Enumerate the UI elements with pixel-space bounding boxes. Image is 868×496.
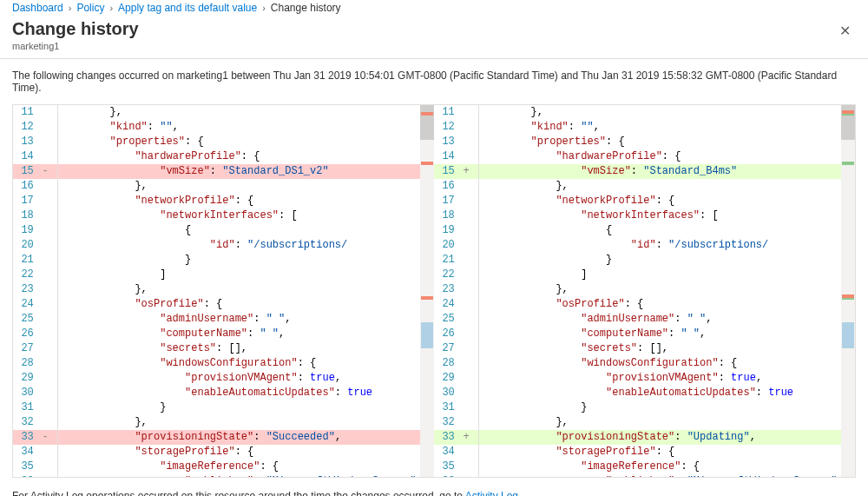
code-line: }, — [58, 415, 433, 430]
line-number: 14 — [13, 149, 57, 164]
line-number: 18 — [434, 208, 478, 223]
line-number: 11 — [13, 105, 57, 120]
code-line: "networkProfile": { — [479, 194, 854, 208]
line-number: 31 — [13, 400, 57, 415]
change-description: The following changes occurred on market… — [0, 59, 868, 104]
line-number: 33 - — [13, 430, 57, 445]
line-number: 12 — [434, 120, 478, 135]
code-line: "properties": { — [58, 135, 433, 149]
code-line: "secrets": [], — [58, 341, 433, 356]
code-line: "provisioningState": "Updating", — [479, 430, 854, 445]
overview-ruler-left[interactable] — [420, 105, 434, 477]
page-subtitle: marketing1 — [12, 41, 139, 51]
line-number: 35 — [434, 460, 478, 474]
breadcrumb-item-dashboard[interactable]: Dashboard — [12, 2, 63, 14]
code-line: "kind": "", — [58, 120, 433, 135]
line-number: 22 — [13, 268, 57, 282]
diff-pane-left[interactable]: 11 12 13 14 15 -16 17 18 19 20 21 22 23 … — [13, 105, 434, 477]
line-number: 36 — [13, 474, 57, 477]
code-line: }, — [479, 105, 854, 120]
overview-ruler-right[interactable] — [841, 105, 855, 477]
code-line: "provisionVMAgent": true, — [479, 371, 854, 386]
line-number: 29 — [13, 371, 57, 386]
line-number: 32 — [13, 415, 57, 430]
line-number: 36 — [434, 474, 478, 477]
code-line: "enableAutomaticUpdates": true — [479, 386, 854, 400]
line-number: 14 — [434, 149, 478, 164]
code-line: "vmSize": "Standard_B4ms" — [479, 164, 854, 179]
code-line: ] — [479, 268, 854, 282]
line-number: 23 — [13, 282, 57, 297]
code-line: }, — [479, 282, 854, 297]
line-number: 27 — [13, 341, 57, 356]
line-number: 35 — [13, 460, 57, 474]
line-number: 16 — [13, 179, 57, 194]
code-left[interactable]: }, "kind": "", "properties": { "hardware… — [58, 105, 433, 477]
code-line: "computerName": " ", — [479, 327, 854, 341]
code-line: } — [479, 400, 854, 415]
code-line: } — [58, 400, 433, 415]
code-line: "imageReference": { — [479, 460, 854, 474]
code-line: }, — [58, 282, 433, 297]
code-line: "secrets": [], — [479, 341, 854, 356]
code-line: }, — [479, 179, 854, 194]
code-line: "kind": "", — [479, 120, 854, 135]
diff-viewer: 11 12 13 14 15 -16 17 18 19 20 21 22 23 … — [12, 104, 856, 478]
code-line: "storageProfile": { — [479, 445, 854, 460]
line-number: 27 — [434, 341, 478, 356]
line-gutter-left: 11 12 13 14 15 -16 17 18 19 20 21 22 23 … — [13, 105, 58, 477]
code-line: "networkProfile": { — [58, 194, 433, 208]
code-line: "storageProfile": { — [58, 445, 433, 460]
code-line: "provisioningState": "Succeeded", — [58, 430, 433, 445]
code-line: "adminUsername": " ", — [58, 312, 433, 327]
line-number: 26 — [13, 327, 57, 341]
line-number: 28 — [13, 356, 57, 371]
line-number: 13 — [13, 135, 57, 149]
code-line: "enableAutomaticUpdates": true — [58, 386, 433, 400]
line-number: 16 — [434, 179, 478, 194]
code-line: "networkInterfaces": [ — [58, 208, 433, 223]
code-line: }, — [58, 179, 433, 194]
line-number: 17 — [13, 194, 57, 208]
page-title: Change history — [12, 19, 139, 39]
code-right[interactable]: }, "kind": "", "properties": { "hardware… — [479, 105, 854, 477]
breadcrumb-item-change-history: Change history — [271, 2, 341, 14]
line-number: 30 — [13, 386, 57, 400]
activity-log-link[interactable]: Activity Log — [465, 490, 518, 496]
line-number: 28 — [434, 356, 478, 371]
breadcrumb: Dashboard › Policy › Apply tag and its d… — [0, 0, 868, 16]
code-line: "provisionVMAgent": true, — [58, 371, 433, 386]
line-number: 23 — [434, 282, 478, 297]
line-number: 30 — [434, 386, 478, 400]
diff-pane-right[interactable]: 11 12 13 14 15 +16 17 18 19 20 21 22 23 … — [434, 105, 855, 477]
line-number: 12 — [13, 120, 57, 135]
close-icon[interactable]: ✕ — [834, 19, 856, 43]
code-line: "id": "/subscriptions/ — [58, 238, 433, 253]
code-line: "computerName": " ", — [58, 327, 433, 341]
code-line: "publisher": "MicrosoftWindowsServer", — [58, 474, 433, 477]
line-number: 20 — [434, 238, 478, 253]
code-line: "windowsConfiguration": { — [479, 356, 854, 371]
breadcrumb-item-apply-tag[interactable]: Apply tag and its default value — [118, 2, 257, 14]
code-line: } — [58, 253, 433, 268]
chevron-right-icon: › — [109, 3, 113, 13]
code-line: }, — [58, 105, 433, 120]
footer-text: For Activity Log operations occurred on … — [12, 490, 465, 496]
code-line: }, — [479, 415, 854, 430]
line-number: 20 — [13, 238, 57, 253]
chevron-right-icon: › — [262, 3, 266, 13]
code-line: "publisher": "MicrosoftWindowsServer", — [479, 474, 854, 477]
line-number: 29 — [434, 371, 478, 386]
code-line: "adminUsername": " ", — [479, 312, 854, 327]
line-number: 21 — [434, 253, 478, 268]
code-line: { — [479, 223, 854, 238]
line-number: 24 — [434, 297, 478, 312]
line-number: 32 — [434, 415, 478, 430]
breadcrumb-item-policy[interactable]: Policy — [76, 2, 104, 14]
code-line: "windowsConfiguration": { — [58, 356, 433, 371]
line-number: 19 — [13, 223, 57, 238]
code-line: "properties": { — [479, 135, 854, 149]
code-line: "networkInterfaces": [ — [479, 208, 854, 223]
code-line: { — [58, 223, 433, 238]
line-number: 34 — [434, 445, 478, 460]
